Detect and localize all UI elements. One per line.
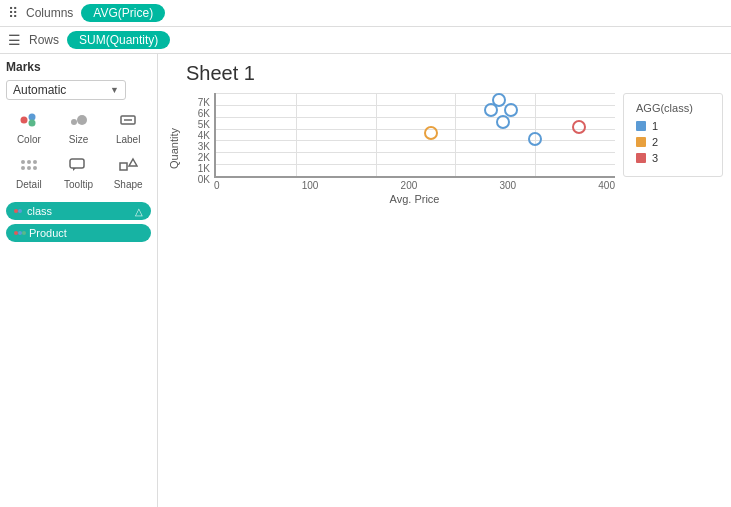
x-tick-100: 100 [302, 180, 319, 191]
data-point-6[interactable] [572, 120, 586, 134]
rows-label: Rows [29, 33, 59, 47]
grid-h-1 [216, 164, 615, 165]
svg-rect-15 [120, 163, 127, 170]
data-point-1[interactable] [484, 103, 498, 117]
svg-point-0 [20, 117, 27, 124]
legend-label-1: 1 [652, 120, 658, 132]
tooltip-label: Tooltip [64, 179, 93, 190]
plot-area [214, 93, 615, 178]
columns-icon: ⠿ [8, 5, 18, 21]
y-tick-1k: 1K [198, 163, 214, 174]
product-pill-label: Product [29, 227, 67, 239]
legend-label-3: 3 [652, 152, 658, 164]
detail-button[interactable]: Detail [6, 153, 52, 194]
chart-area: Sheet 1 7K 6K 5K 4K 3K 2K 1K 0K [158, 54, 731, 507]
shape-label: Shape [114, 179, 143, 190]
columns-toolbar: ⠿ Columns AVG(Price) [0, 0, 731, 27]
tooltip-button[interactable]: Tooltip [56, 153, 102, 194]
x-tick-300: 300 [499, 180, 516, 191]
marks-buttons-grid: Color Size Label [6, 108, 151, 194]
y-axis-ticks: 7K 6K 5K 4K 3K 2K 1K 0K [182, 93, 214, 205]
y-axis-label: Quantity [166, 93, 182, 205]
y-tick-7k: 7K [198, 97, 214, 108]
color-label: Color [17, 134, 41, 145]
x-axis-label: Avg. Price [214, 193, 615, 205]
grid-h-2 [216, 152, 615, 153]
svg-point-20 [18, 231, 22, 235]
grid-v-300 [455, 93, 456, 176]
chevron-down-icon: ▼ [110, 85, 119, 95]
shape-icon [118, 157, 138, 177]
svg-point-12 [33, 166, 37, 170]
svg-point-3 [71, 119, 77, 125]
svg-point-4 [77, 115, 87, 125]
svg-marker-14 [73, 168, 76, 171]
svg-point-21 [22, 231, 26, 235]
label-label: Label [116, 134, 140, 145]
columns-pill[interactable]: AVG(Price) [81, 4, 165, 22]
grid-v-200 [376, 93, 377, 176]
sheet-title: Sheet 1 [186, 62, 723, 85]
label-button[interactable]: Label [105, 108, 151, 149]
grid-h-5 [216, 117, 615, 118]
class-pill[interactable]: class △ [6, 202, 151, 220]
product-pill[interactable]: Product [6, 224, 151, 242]
svg-point-2 [28, 120, 35, 127]
grid-h-4 [216, 129, 615, 130]
svg-point-17 [14, 209, 18, 213]
grid-h-6 [216, 105, 615, 106]
size-button[interactable]: Size [56, 108, 102, 149]
x-tick-400: 400 [598, 180, 615, 191]
data-point-3[interactable] [496, 115, 510, 129]
svg-point-18 [18, 209, 22, 213]
svg-point-1 [28, 114, 35, 121]
label-icon [118, 112, 138, 132]
svg-rect-13 [70, 159, 84, 168]
chart-with-axes: 7K 6K 5K 4K 3K 2K 1K 0K [166, 93, 615, 205]
svg-point-9 [33, 160, 37, 164]
size-icon [68, 112, 88, 132]
rows-toolbar: ☰ Rows SUM(Quantity) [0, 27, 731, 54]
grid-h-7 [216, 93, 615, 94]
chart-wrapper: 7K 6K 5K 4K 3K 2K 1K 0K [166, 93, 723, 205]
detail-icon [19, 157, 39, 177]
legend: AGG(class) 1 2 3 [623, 93, 723, 177]
triangle-icon: △ [135, 206, 143, 217]
y-tick-4k: 4K [198, 130, 214, 141]
y-tick-2k: 2K [198, 152, 214, 163]
plot-column: 0 100 200 300 400 Avg. Price [214, 93, 615, 205]
class-pill-label: class [27, 205, 52, 217]
size-label: Size [69, 134, 88, 145]
svg-point-10 [21, 166, 25, 170]
marks-panel: Marks Automatic ▼ Color [0, 54, 158, 507]
x-ticks: 0 100 200 300 400 [214, 178, 615, 191]
svg-marker-16 [129, 159, 137, 166]
rows-icon: ☰ [8, 32, 21, 48]
legend-title: AGG(class) [636, 102, 710, 114]
color-icon [19, 112, 39, 132]
legend-label-2: 2 [652, 136, 658, 148]
data-point-4[interactable] [528, 132, 542, 146]
grid-h-3 [216, 140, 615, 141]
marks-title: Marks [6, 60, 151, 74]
legend-item-2: 2 [636, 136, 710, 148]
y-tick-0k: 0K [198, 174, 214, 185]
shape-button[interactable]: Shape [105, 153, 151, 194]
y-tick-3k: 3K [198, 141, 214, 152]
tooltip-icon [68, 157, 88, 177]
y-tick-6k: 6K [198, 108, 214, 119]
rows-pill[interactable]: SUM(Quantity) [67, 31, 170, 49]
marks-type-dropdown[interactable]: Automatic ▼ [6, 80, 126, 100]
pills-section: class △ Product [6, 202, 151, 242]
x-tick-200: 200 [401, 180, 418, 191]
marks-dropdown-value: Automatic [13, 83, 66, 97]
color-button[interactable]: Color [6, 108, 52, 149]
data-point-5[interactable] [424, 126, 438, 140]
svg-point-11 [27, 166, 31, 170]
legend-item-1: 1 [636, 120, 710, 132]
svg-point-7 [21, 160, 25, 164]
x-tick-0: 0 [214, 180, 220, 191]
columns-label: Columns [26, 6, 73, 20]
y-tick-5k: 5K [198, 119, 214, 130]
legend-color-2 [636, 137, 646, 147]
